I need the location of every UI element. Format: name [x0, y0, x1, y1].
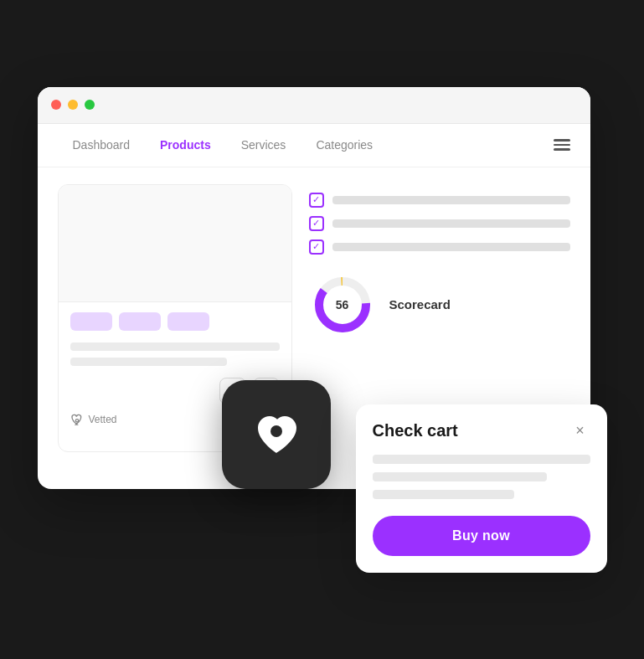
- dot-red: [51, 100, 61, 110]
- popup-lines: [373, 455, 590, 499]
- check-line-2: [332, 219, 570, 228]
- popup-title: Check cart: [373, 421, 458, 440]
- cart-popup: Check cart × Buy now: [356, 404, 607, 573]
- donut-chart: 56: [309, 271, 376, 338]
- app-icon[interactable]: [222, 380, 331, 489]
- check-line-1: [332, 196, 570, 204]
- nav-item-services[interactable]: Services: [226, 123, 301, 167]
- card-image: [59, 185, 291, 302]
- buy-now-button[interactable]: Buy now: [373, 516, 590, 556]
- check-row-3: ✓: [309, 239, 570, 255]
- checkbox-3[interactable]: ✓: [309, 239, 324, 255]
- checkbox-2[interactable]: ✓: [309, 216, 324, 231]
- tag-1: [70, 312, 112, 331]
- donut-value: 56: [336, 298, 349, 311]
- popup-line-1: [373, 455, 590, 464]
- checklist: ✓ ✓ ✓: [309, 193, 570, 255]
- nav-item-categories[interactable]: Categories: [301, 123, 388, 167]
- menu-bar-2: [554, 144, 570, 147]
- card-line-2: [70, 358, 228, 366]
- menu-bar-1: [554, 139, 570, 142]
- nav-item-dashboard[interactable]: Dashboard: [58, 123, 146, 167]
- tag-3: [167, 312, 209, 331]
- dot-yellow: [68, 100, 78, 110]
- popup-line-2: [373, 472, 547, 481]
- close-button[interactable]: ×: [570, 421, 590, 441]
- title-bar: [38, 87, 590, 124]
- vetted-heart-icon: [70, 413, 84, 426]
- dot-green: [85, 100, 95, 110]
- heart-pin-icon: [246, 404, 307, 465]
- hamburger-menu[interactable]: [554, 139, 570, 151]
- card-line-1: [70, 342, 280, 351]
- check-row-2: ✓: [309, 216, 570, 231]
- vetted-text: Vetted: [89, 414, 117, 425]
- popup-header: Check cart ×: [373, 421, 590, 441]
- svg-point-0: [75, 419, 78, 421]
- scorecard-label: Scorecard: [389, 297, 451, 311]
- popup-line-3: [373, 490, 514, 499]
- checkbox-1[interactable]: ✓: [309, 193, 324, 208]
- nav-item-products[interactable]: Products: [145, 123, 226, 167]
- check-line-3: [332, 243, 570, 251]
- card-text-lines: [59, 331, 291, 378]
- scorecard-area: 56 Scorecard: [309, 271, 570, 338]
- menu-bar-3: [554, 148, 570, 151]
- tag-2: [119, 312, 161, 331]
- svg-point-4: [270, 425, 282, 437]
- card-tags: [59, 302, 291, 331]
- check-row-1: ✓: [309, 193, 570, 208]
- nav-bar: Dashboard Products Services Categories: [38, 124, 590, 167]
